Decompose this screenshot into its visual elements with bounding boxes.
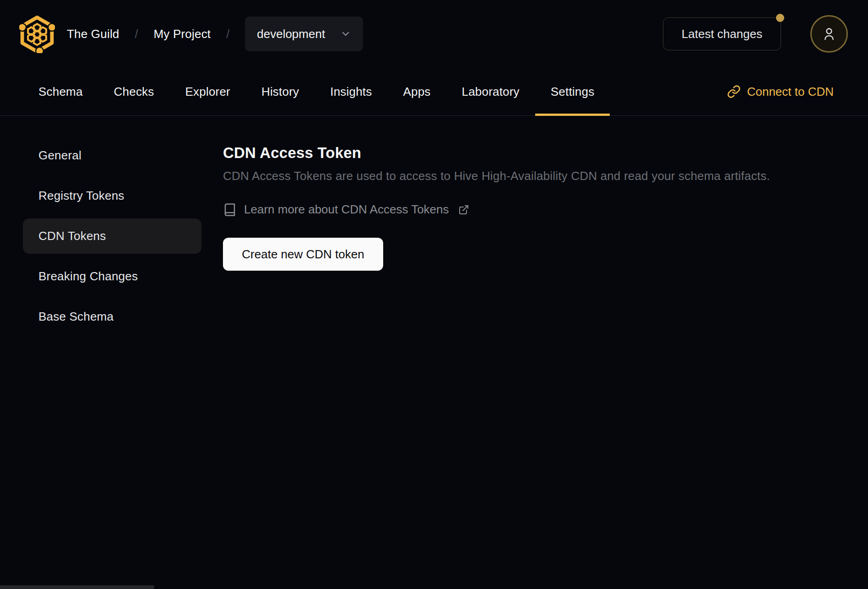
tab-laboratory[interactable]: Laboratory xyxy=(446,68,535,115)
sidebar-item-base-schema[interactable]: Base Schema xyxy=(23,299,201,334)
notification-dot xyxy=(776,14,784,22)
latest-changes-label: Latest changes xyxy=(682,27,762,41)
settings-sidebar: General Registry Tokens CDN Tokens Break… xyxy=(23,138,201,334)
horizontal-scrollbar-thumb[interactable] xyxy=(0,585,154,589)
create-cdn-token-button[interactable]: Create new CDN token xyxy=(223,238,383,271)
settings-content: General Registry Tokens CDN Tokens Break… xyxy=(0,116,868,334)
cdn-token-panel: CDN Access Token CDN Access Tokens are u… xyxy=(223,138,770,334)
connect-to-cdn-link[interactable]: Connect to CDN xyxy=(727,68,834,115)
hive-logo-icon[interactable] xyxy=(19,15,55,53)
sidebar-item-breaking-changes[interactable]: Breaking Changes xyxy=(23,259,201,294)
book-icon xyxy=(223,203,237,217)
breadcrumb: The Guild / My Project / development xyxy=(67,16,363,51)
learn-more-label: Learn more about CDN Access Tokens xyxy=(244,202,449,217)
user-avatar-button[interactable] xyxy=(810,15,848,53)
sidebar-item-cdn-tokens[interactable]: CDN Tokens xyxy=(23,218,201,254)
connect-to-cdn-label: Connect to CDN xyxy=(747,85,834,99)
topbar-actions: Latest changes xyxy=(663,15,848,53)
page-description: CDN Access Tokens are used to access to … xyxy=(223,169,770,183)
link-icon xyxy=(727,85,741,98)
external-link-icon xyxy=(458,204,469,215)
nav-tabs: Schema Checks Explorer History Insights … xyxy=(23,68,610,115)
page-title: CDN Access Token xyxy=(223,144,770,162)
tab-checks[interactable]: Checks xyxy=(98,68,170,115)
chevron-down-icon xyxy=(340,28,351,39)
top-bar: The Guild / My Project / development Lat… xyxy=(0,0,868,68)
breadcrumb-separator: / xyxy=(135,27,138,41)
breadcrumb-project[interactable]: My Project xyxy=(153,27,211,41)
sidebar-item-general[interactable]: General xyxy=(23,138,201,173)
tab-explorer[interactable]: Explorer xyxy=(170,68,246,115)
target-selector-value: development xyxy=(257,27,325,41)
tab-apps[interactable]: Apps xyxy=(387,68,446,115)
breadcrumb-org[interactable]: The Guild xyxy=(67,27,119,41)
latest-changes-button[interactable]: Latest changes xyxy=(663,17,781,50)
project-nav: Schema Checks Explorer History Insights … xyxy=(0,68,868,116)
user-icon xyxy=(821,26,837,42)
sidebar-item-registry-tokens[interactable]: Registry Tokens xyxy=(23,178,201,213)
learn-more-link[interactable]: Learn more about CDN Access Tokens xyxy=(223,202,770,217)
breadcrumb-separator: / xyxy=(226,27,229,41)
tab-history[interactable]: History xyxy=(246,68,315,115)
target-selector-dropdown[interactable]: development xyxy=(245,16,363,51)
tab-settings[interactable]: Settings xyxy=(535,68,610,115)
tab-schema[interactable]: Schema xyxy=(23,68,98,115)
tab-insights[interactable]: Insights xyxy=(315,68,387,115)
